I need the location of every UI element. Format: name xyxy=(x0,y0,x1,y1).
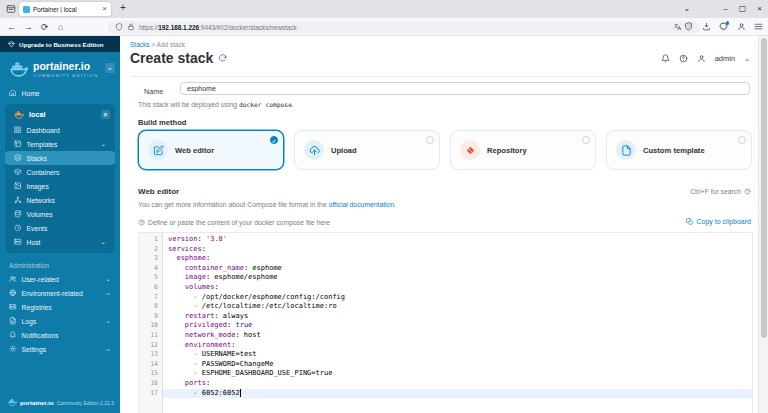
editor-placeholder-note: Define or paste the content of your dock… xyxy=(138,219,330,226)
reload-icon[interactable]: ⟳ xyxy=(41,23,49,32)
window-minimize-button[interactable]: – xyxy=(723,5,727,13)
sidebar-collapse-button[interactable]: « xyxy=(105,63,115,73)
code-line[interactable]: privileged: true xyxy=(168,321,752,331)
scrollbar-thumb[interactable] xyxy=(761,38,767,338)
sidebar-item-templates[interactable]: Templates⌄ xyxy=(5,137,115,151)
sidebar-item-host[interactable]: Host⌄ xyxy=(5,235,115,249)
radio-unchecked-icon[interactable] xyxy=(582,136,590,144)
translate-icon[interactable] xyxy=(674,23,682,31)
radio-checked-icon[interactable]: ✓ xyxy=(270,136,278,144)
lock-icon[interactable] xyxy=(127,23,135,31)
sidebar-item-environment-related[interactable]: Environment-related⌄ xyxy=(0,286,120,300)
upgrade-banner[interactable]: Upgrade to Business Edition xyxy=(0,36,120,52)
code-line[interactable]: version: '3.8' xyxy=(168,235,752,245)
code-line[interactable]: - PASSWORD=ChangeMe xyxy=(168,360,752,370)
radio-unchecked-icon[interactable] xyxy=(426,136,434,144)
portainer-whale-icon xyxy=(9,60,28,79)
image-icon xyxy=(14,182,22,190)
code-line[interactable]: ports: xyxy=(168,379,752,389)
code-line[interactable]: container_name: esphome xyxy=(168,264,752,274)
web-editor-title: Web editor xyxy=(138,187,179,196)
new-tab-button[interactable]: + xyxy=(120,2,126,13)
close-icon[interactable]: × xyxy=(101,110,110,119)
compose-info: You can get more information about Compo… xyxy=(138,201,396,208)
chevron-down-icon[interactable]: ⌄ xyxy=(744,55,750,62)
environment-local[interactable]: local × xyxy=(5,106,115,123)
user-menu[interactable]: admin xyxy=(715,54,735,63)
sidebar-item-images[interactable]: Images xyxy=(5,179,115,193)
sidebar-item-volumes[interactable]: Volumes xyxy=(5,207,115,221)
sidebar-item-home[interactable]: Home xyxy=(0,86,120,100)
build-method-custom-template[interactable]: Custom template xyxy=(606,130,752,170)
code-line[interactable]: network_mode: host xyxy=(168,331,752,341)
pocket-icon[interactable] xyxy=(684,22,693,31)
home-icon xyxy=(9,89,17,97)
tab-overview-icon[interactable] xyxy=(6,4,16,14)
tab-close-icon[interactable]: × xyxy=(102,5,107,13)
code-line[interactable]: - /opt/docker/esphome/config:/config xyxy=(168,293,752,303)
sidebar-item-events[interactable]: Events xyxy=(5,221,115,235)
tab-list-chevron-icon[interactable]: ⌄ xyxy=(684,5,691,13)
sidebar-item-settings[interactable]: Settings⌄ xyxy=(0,342,120,356)
user-icon[interactable] xyxy=(697,54,706,63)
build-method-repository[interactable]: Repository xyxy=(450,130,596,170)
home-icon[interactable]: ⌂ xyxy=(58,23,63,32)
window-close-button[interactable]: × xyxy=(757,5,762,13)
official-documentation-link[interactable]: official documentation xyxy=(329,201,395,208)
refresh-icon[interactable] xyxy=(218,54,227,63)
shield-icon[interactable] xyxy=(115,23,123,31)
code-line[interactable]: services: xyxy=(168,245,752,255)
code-line[interactable]: - USERNAME=test xyxy=(168,350,752,360)
administration-label: Administration xyxy=(9,262,111,269)
globe-icon xyxy=(9,289,17,297)
code-editor[interactable]: 1234567891011121314151617 version: '3.8'… xyxy=(138,232,753,413)
sidebar-item-stacks[interactable]: Stacks xyxy=(5,151,115,165)
grid-icon xyxy=(14,126,22,134)
chevron-down-icon: ⌄ xyxy=(101,239,106,246)
copy-to-clipboard-button[interactable]: Copy to clipboard xyxy=(686,218,751,226)
portainer-app: Upgrade to Business Edition portainer.io… xyxy=(0,36,768,413)
sidebar-item-containers[interactable]: Containers xyxy=(5,165,115,179)
code-area[interactable]: version: '3.8'services: esphome: contain… xyxy=(163,233,752,413)
breadcrumb-stacks-link[interactable]: Stacks xyxy=(130,41,150,48)
code-line[interactable]: - ESPHOME_DASHBOARD_USE_PING=true xyxy=(168,369,752,379)
url-bar[interactable]: https://192.168.1.226:9443/#!/2/docker/s… xyxy=(108,21,700,34)
build-method-web-editor[interactable]: ✓Web editor xyxy=(138,130,284,170)
downloads-icon[interactable] xyxy=(702,22,711,31)
sidebar-footer: portainer.io Community Edition 2.21.5 xyxy=(8,398,116,407)
menu-icon[interactable] xyxy=(754,22,763,31)
sidebar-item-registries[interactable]: Registries xyxy=(0,300,120,314)
radio-unchecked-icon[interactable] xyxy=(738,136,746,144)
window-controls: ⌄ – ▢ × xyxy=(684,0,762,18)
sidebar-item-notifications[interactable]: Notifications xyxy=(0,328,120,342)
browser-tab-bar: Portainer | local × + ⌄ – ▢ × xyxy=(0,0,768,18)
forward-icon[interactable]: → xyxy=(24,23,33,32)
sidebar-item-logs[interactable]: Logs⌄ xyxy=(0,314,120,328)
upload-cloud-icon xyxy=(304,140,324,160)
hard-drive-icon xyxy=(9,303,17,311)
back-icon[interactable]: ← xyxy=(7,23,16,32)
code-line[interactable]: esphome: xyxy=(168,254,752,264)
stack-name-input[interactable] xyxy=(180,82,750,95)
build-method-upload[interactable]: Upload xyxy=(294,130,440,170)
code-line[interactable]: - /etc/localtime:/etc/localtime:ro xyxy=(168,302,752,312)
page-scrollbar[interactable] xyxy=(758,36,768,413)
code-line[interactable]: - 6052:6052 xyxy=(163,389,752,399)
sidebar-item-networks[interactable]: Networks xyxy=(5,193,115,207)
browser-tab[interactable]: Portainer | local × xyxy=(19,2,111,16)
code-line[interactable]: volumes: xyxy=(168,283,752,293)
code-line[interactable]: environment: xyxy=(168,341,752,351)
bell-icon[interactable] xyxy=(661,54,670,63)
account-icon[interactable] xyxy=(737,22,746,31)
toolbar-icons xyxy=(684,22,763,31)
window-maximize-button[interactable]: ▢ xyxy=(739,5,747,13)
help-icon[interactable] xyxy=(679,54,688,63)
environment-panel: local × DashboardTemplates⌄StacksContain… xyxy=(5,104,115,253)
extensions-icon[interactable] xyxy=(719,22,728,31)
git-icon xyxy=(460,140,480,160)
sidebar-item-dashboard[interactable]: Dashboard xyxy=(5,123,115,137)
code-line[interactable]: image: esphome/esphome xyxy=(168,273,752,283)
code-line[interactable]: restart: always xyxy=(168,312,752,322)
sidebar-item-user-related[interactable]: User-related⌄ xyxy=(0,272,120,286)
help-circle-icon[interactable] xyxy=(744,188,751,195)
